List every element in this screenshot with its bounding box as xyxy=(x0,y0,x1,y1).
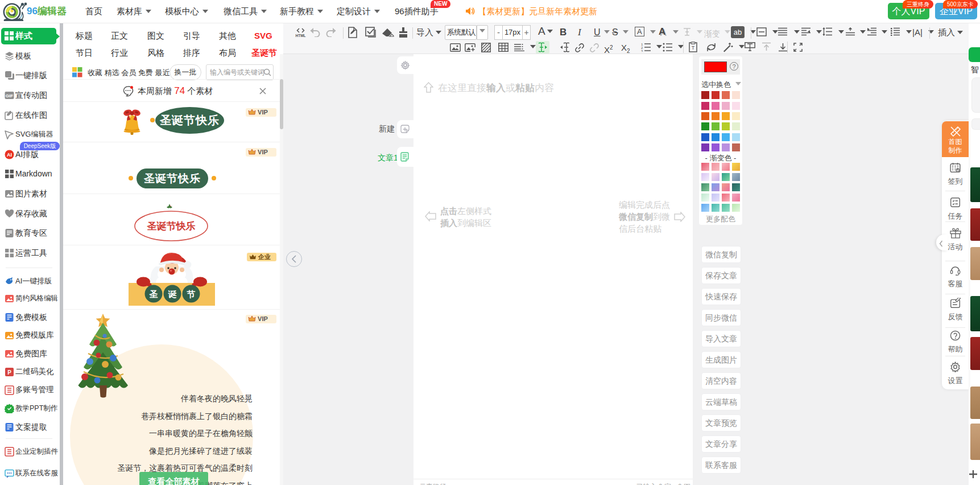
svg-text:T: T xyxy=(692,45,695,51)
svg-text:诞: 诞 xyxy=(168,289,177,299)
svg-text:AI: AI xyxy=(7,152,12,158)
svg-text:圣: 圣 xyxy=(149,289,158,299)
svg-text:圣诞节快乐: 圣诞节快乐 xyxy=(147,221,196,232)
svg-text:HTML: HTML xyxy=(295,34,305,38)
svg-text:P: P xyxy=(7,369,11,375)
svg-text:节: 节 xyxy=(187,289,196,299)
svg-text:GIF: GIF xyxy=(6,93,13,98)
svg-text:3: 3 xyxy=(641,50,643,52)
